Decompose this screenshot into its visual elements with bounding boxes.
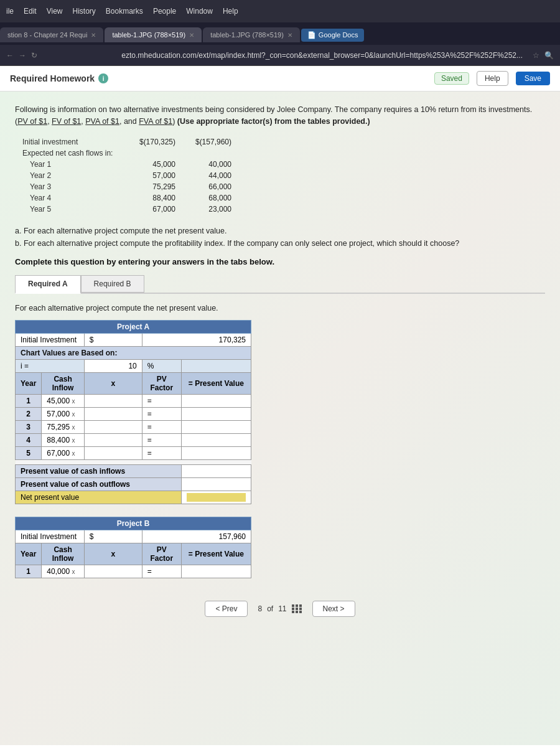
pv-inflows-row: Present value of cash inflows	[16, 464, 251, 477]
investment-info-table: Initial investment $(170,325) $(157,960)…	[15, 136, 239, 215]
pv-outflows-value-cell[interactable]	[181, 477, 251, 491]
chart-vals-label: Chart Values are Based on:	[16, 346, 251, 359]
row1-pv-input[interactable]	[187, 397, 246, 405]
menu-edit[interactable]: Edit	[24, 7, 37, 16]
year4-a: 88,400	[127, 192, 183, 204]
page-info: 8 of 11	[258, 604, 302, 613]
i-value-cell[interactable]	[84, 359, 142, 372]
refresh-icon[interactable]: ↻	[31, 51, 37, 60]
required-homework-title: Required Homework i	[10, 73, 108, 83]
x-symbol-0: x	[72, 398, 75, 405]
b-row1-pv-factor-input[interactable]	[90, 567, 137, 576]
info-icon[interactable]: i	[98, 73, 108, 83]
year3-label: Year 3	[15, 181, 127, 192]
col-year-b: Year	[16, 543, 42, 565]
row2-pv-factor-cell[interactable]	[84, 407, 142, 420]
row1-pv-factor-input[interactable]	[90, 397, 137, 405]
row2-pv-cell[interactable]	[181, 407, 251, 420]
menu-bookmarks[interactable]: Bookmarks	[106, 7, 143, 16]
page-content: Required Homework i Saved Help Save Foll…	[0, 66, 560, 747]
row2-pv-input[interactable]	[187, 410, 246, 418]
row2-eq: =	[142, 407, 181, 420]
menu-window[interactable]: Window	[186, 7, 213, 16]
page-of: of	[267, 604, 273, 613]
back-icon[interactable]: ←	[6, 51, 14, 60]
pv-inflows-input[interactable]	[187, 467, 246, 476]
i-percent: %	[142, 359, 181, 372]
tab-label: tableb-1.JPG (788×519)	[112, 31, 185, 39]
year1-b: 40,000	[183, 159, 239, 170]
i-value-input[interactable]	[90, 362, 137, 370]
address-bar: ← → ↻ ☆ 🔍	[0, 45, 560, 66]
npv-row: Net present value	[16, 491, 251, 504]
search-icon[interactable]: 🔍	[544, 51, 554, 60]
row1-pv-factor-cell[interactable]	[84, 394, 142, 407]
row2-pv-factor-input[interactable]	[90, 410, 137, 418]
row5-year: 5	[16, 446, 42, 459]
b-row1-year: 1	[16, 565, 42, 578]
tab-close-2[interactable]: ✕	[287, 32, 292, 39]
npv-input[interactable]	[187, 493, 246, 502]
grid-icon[interactable]	[292, 604, 302, 613]
save-button[interactable]: Save	[516, 72, 550, 85]
menu-history[interactable]: History	[73, 7, 96, 16]
npv-value-cell[interactable]	[181, 491, 251, 504]
tab-required-b[interactable]: Required B	[81, 275, 144, 293]
year5-b: 23,000	[183, 204, 239, 215]
year1-a: 45,000	[127, 159, 183, 170]
tab-google-docs[interactable]: 📄 Google Docs	[301, 29, 365, 42]
menu-view[interactable]: View	[47, 7, 63, 16]
row3-pv-cell[interactable]	[181, 420, 251, 433]
row1-cash: 45,000 x	[42, 394, 85, 407]
row3-pv-factor-cell[interactable]	[84, 420, 142, 433]
tab-close-0[interactable]: ✕	[91, 32, 96, 39]
row5-pv-input[interactable]	[187, 449, 246, 458]
next-button[interactable]: Next >	[312, 601, 355, 617]
year1-label: Year 1	[15, 159, 127, 170]
tab-required-a[interactable]: Required A	[15, 275, 81, 294]
browser-menu-bar: ile Edit View History Bookmarks People W…	[0, 0, 560, 22]
question-parts: a. For each alternative project compute …	[15, 225, 545, 250]
row3-year: 3	[16, 420, 42, 433]
prev-button[interactable]: < Prev	[205, 601, 248, 617]
tab-question[interactable]: stion 8 - Chapter 24 Requi ✕	[0, 27, 103, 42]
initial-inv-value-cell-a[interactable]	[142, 333, 251, 346]
row1-pv-cell[interactable]	[181, 394, 251, 407]
for-each-instruction: For each alternative project compute the…	[15, 304, 545, 312]
menu-file[interactable]: ile	[6, 7, 14, 16]
b-row1-pv-input[interactable]	[187, 567, 246, 576]
row3-pv-factor-input[interactable]	[90, 423, 137, 431]
help-button[interactable]: Help	[477, 71, 508, 86]
year4-b: 68,000	[183, 192, 239, 204]
tab-tableb2[interactable]: tableb-1.JPG (788×519) ✕	[203, 27, 300, 42]
row5-pv-cell[interactable]	[181, 446, 251, 459]
forward-icon[interactable]: →	[19, 51, 26, 60]
tab-tableb1[interactable]: tableb-1.JPG (788×519) ✕	[105, 27, 202, 42]
b-row1-pv-cell[interactable]	[181, 565, 251, 578]
project-b-table: Project B Initial Investment $ Year Cash…	[15, 517, 251, 578]
row2-year: 2	[16, 407, 42, 420]
row5-pv-factor-cell[interactable]	[84, 446, 142, 459]
row4-eq: =	[142, 433, 181, 446]
row5-pv-factor-input[interactable]	[90, 449, 137, 458]
tab-close-1[interactable]: ✕	[189, 32, 194, 39]
pv-outflows-input[interactable]	[187, 480, 246, 489]
bookmark-icon[interactable]: ☆	[533, 51, 539, 60]
row3-pv-input[interactable]	[187, 423, 246, 431]
initial-inv-input-a[interactable]	[147, 336, 246, 344]
page-header: Required Homework i Saved Help Save	[0, 66, 560, 92]
b-row1-pv-factor-cell[interactable]	[84, 565, 142, 578]
row4-pv-input[interactable]	[187, 436, 246, 444]
menu-people[interactable]: People	[153, 7, 176, 16]
tab-google-label: Google Docs	[319, 31, 358, 39]
project-a-table: Project A Initial Investment $ Chart Val…	[15, 320, 251, 504]
menu-help[interactable]: Help	[223, 7, 238, 16]
pv-inflows-value-cell[interactable]	[181, 464, 251, 477]
initial-inv-value-cell-b[interactable]	[142, 530, 251, 543]
row4-pv-factor-input[interactable]	[90, 436, 137, 444]
row3-eq: =	[142, 420, 181, 433]
row4-pv-factor-cell[interactable]	[84, 433, 142, 446]
initial-inv-input-b[interactable]	[147, 532, 246, 541]
address-input[interactable]	[42, 48, 528, 63]
row4-pv-cell[interactable]	[181, 433, 251, 446]
